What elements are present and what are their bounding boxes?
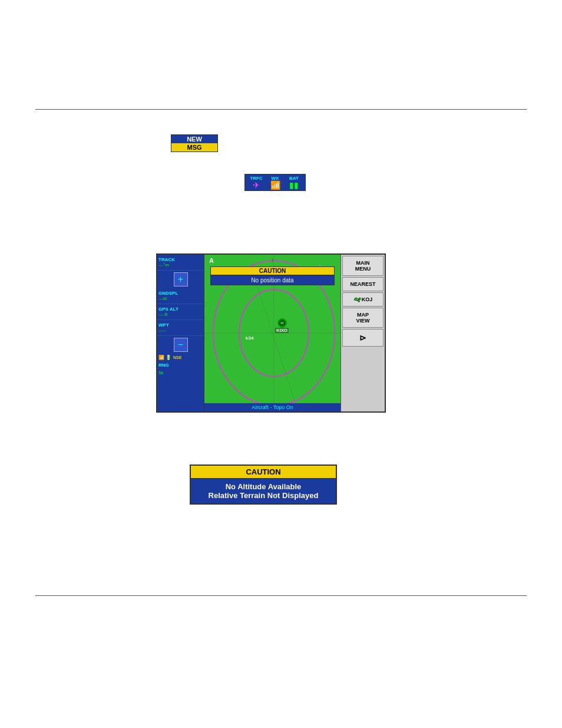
koj-icon: 🛩 [353, 295, 361, 304]
wpt-label: WPT [158, 322, 203, 328]
caution-box: CAUTION No Altitude Available Relative T… [190, 465, 337, 505]
caution-header: CAUTION [191, 466, 336, 479]
track-label: TRACK [158, 257, 203, 262]
gndspl-value: ---kt [158, 296, 203, 301]
gps-alt-item: GPS ALT ----ft [157, 304, 204, 320]
zoom-out-button[interactable]: − [174, 338, 188, 352]
koj-button[interactable]: 🛩 KOJ [342, 292, 384, 307]
map-caution-message: No position data [210, 275, 335, 285]
compass-a: A [209, 257, 214, 264]
gndspl-label: GNDSPL [158, 291, 203, 296]
svg-line-4 [251, 266, 295, 400]
nearest-button[interactable]: NEAREST [342, 277, 384, 291]
kixd-icon: 🛩 [277, 318, 287, 328]
rng-value: 5k [157, 369, 204, 377]
msg-label: MSG [171, 143, 217, 151]
map-footer: Aircraft - Topo On [204, 403, 340, 411]
kixd-label: KIXD [275, 328, 289, 333]
k34-label: k34 [246, 335, 253, 341]
arrow-icon: ⊳ [359, 333, 366, 342]
wx-bottom-icon: 📶 [158, 355, 164, 360]
waypoint-k34: k34 [246, 331, 253, 342]
gps-sidebar: TRACK ---°m + GNDSPL ---kt GPS ALT ----f… [157, 255, 204, 411]
bat-badge: BAT ▮▮ [285, 176, 303, 189]
bat-bottom-icon: 🔋 [166, 355, 171, 360]
track-item: TRACK ---°m [157, 255, 204, 271]
zoom-in-button[interactable]: + [174, 272, 188, 286]
map-view-button[interactable]: MAPVIEW [342, 308, 384, 328]
wx-badge: WX 📶 [266, 176, 284, 189]
main-menu-button[interactable]: MAINMENU [342, 256, 384, 276]
map-caution-overlay: CAUTION No position data [210, 266, 335, 285]
gps-alt-label: GPS ALT [158, 307, 203, 312]
track-value: ---°m [158, 262, 203, 268]
wx-icon: 📶 [270, 181, 280, 189]
caution-line1: No Altitude Available [226, 482, 302, 491]
new-msg-badge[interactable]: NEW MSG [171, 134, 218, 152]
north-marker: ↑ [271, 257, 274, 263]
rng-label: RNG [157, 361, 204, 369]
new-label: NEW [171, 135, 217, 143]
new-bottom-badge: NSE [173, 355, 182, 360]
gps-map: ↑ A CAUTION No position data ✈ 🛩 KIXD k3… [204, 255, 340, 411]
trfc-badge: TRFC ✈ [247, 176, 265, 189]
bottom-bar: 📶 🔋 NSE [157, 354, 204, 361]
arrow-button[interactable]: ⊳ [342, 329, 384, 347]
trfc-icon: ✈ [253, 181, 260, 189]
bottom-divider [35, 595, 527, 596]
top-divider [35, 109, 527, 110]
waypoint-kixd: 🛩 KIXD [275, 318, 289, 333]
wpt-item: WPT ----- [157, 320, 204, 336]
caution-body: No Altitude Available Relative Terrain N… [191, 479, 336, 503]
bat-icon: ▮▮ [289, 181, 299, 189]
koj-label: KOJ [362, 297, 373, 302]
status-badges-container: TRFC ✈ WX 📶 BAT ▮▮ [244, 174, 306, 191]
gps-panel: TRACK ---°m + GNDSPL ---kt GPS ALT ----f… [156, 253, 386, 413]
gndspl-item: GNDSPL ---kt [157, 288, 204, 304]
wpt-value: ----- [158, 328, 203, 333]
caution-line2: Relative Terrain Not Displayed [209, 491, 319, 500]
map-caution-label: CAUTION [210, 266, 335, 275]
gps-right-buttons: MAINMENU NEAREST 🛩 KOJ MAPVIEW ⊳ [340, 255, 385, 411]
gps-alt-value: ----ft [158, 312, 203, 317]
